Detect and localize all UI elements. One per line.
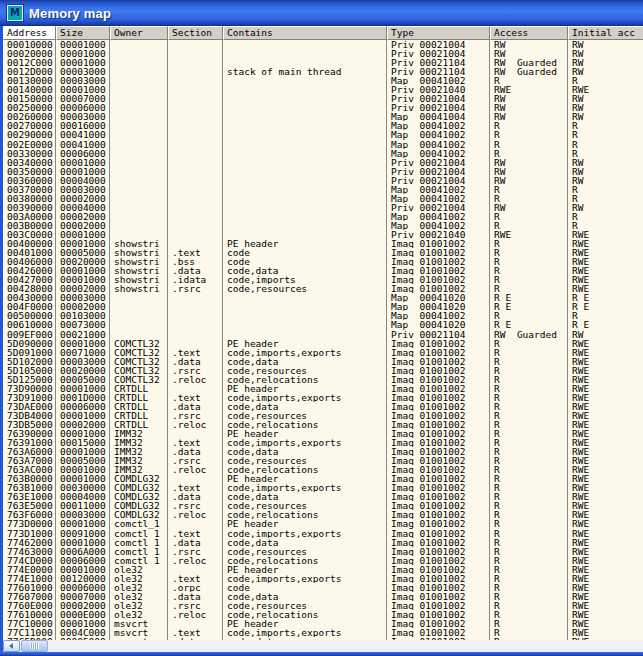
cell-initial-access: RWE: [568, 519, 643, 528]
table-row[interactable]: 0040100000005000showstri.textcodeImag 01…: [3, 248, 643, 257]
table-row[interactable]: 0040000000001000showstriPE headerImag 01…: [3, 239, 643, 248]
table-row[interactable]: 773D000000001000comctl_1PE headerImag 01…: [3, 519, 643, 528]
cell-address: 002E0000: [3, 140, 56, 149]
table-row[interactable]: 004F000000002000Map 00041020R ER E: [3, 302, 643, 311]
table-row[interactable]: 5D09000000001000COMCTL32PE headerImag 01…: [3, 339, 643, 348]
column-header-contains[interactable]: Contains: [223, 26, 387, 40]
table-row[interactable]: 73D910000001D000CRTDLL.textcode,imports,…: [3, 393, 643, 402]
cell-access: RW: [490, 94, 568, 103]
table-row[interactable]: 77C1000000001000msvcrtPE headerImag 0100…: [3, 619, 643, 628]
table-row[interactable]: 0040600000020000showstri.bsscodeImag 010…: [3, 257, 643, 266]
memory-table-body[interactable]: 0001000000001000Priv 00021004RWRW0002000…: [3, 40, 643, 640]
table-row[interactable]: 0042800000002000showstri.rsrccode,resour…: [3, 284, 643, 293]
table-row[interactable]: 73D9000000001000CRTDLLPE headerImag 0100…: [3, 384, 643, 393]
table-row[interactable]: 003B000000002000Map 00041002RR: [3, 221, 643, 230]
table-row[interactable]: 0012C00000001000Priv 00021104RW GuardedR…: [3, 58, 643, 67]
cell-owner: showstri: [110, 248, 168, 257]
cell-initial-access: R: [568, 221, 643, 230]
table-row[interactable]: 73DB400000001000CRTDLL.rsrccode,resource…: [3, 411, 643, 420]
table-row[interactable]: 0014000000001000Priv 00021040RWERWE: [3, 85, 643, 94]
table-row[interactable]: 7639100000015000IMM32.textcode,imports,e…: [3, 438, 643, 447]
column-header-owner[interactable]: Owner: [110, 26, 168, 40]
column-header-section[interactable]: Section: [168, 26, 223, 40]
table-row[interactable]: 763E500000011000COMDLG32.rsrccode,resour…: [3, 501, 643, 510]
table-row[interactable]: 0042700000001000showstri.idatacode,impor…: [3, 275, 643, 284]
column-header-type[interactable]: Type: [387, 26, 490, 40]
table-row[interactable]: 763E100000004000COMDLG32.datacode,dataIm…: [3, 492, 643, 501]
table-row[interactable]: 0012D00000003000stack of main threadPriv…: [3, 67, 643, 76]
table-row[interactable]: 73DB500000002000CRTDLL.reloccode,relocat…: [3, 420, 643, 429]
titlebar[interactable]: M Memory map: [0, 0, 643, 26]
table-row[interactable]: 009EF00000021000Priv 00021104RW GuardedR…: [3, 330, 643, 339]
table-row[interactable]: 7760E00000002000ole32.rsrccode,resources…: [3, 601, 643, 610]
table-row[interactable]: 773D100000091000comctl_1.textcode,import…: [3, 529, 643, 538]
table-row[interactable]: 0025000000006000Priv 00021004RWRW: [3, 103, 643, 112]
table-row[interactable]: 0035000000001000Priv 00021004RWRW: [3, 167, 643, 176]
table-row[interactable]: 0039000000004000Priv 00021004RWRW: [3, 203, 643, 212]
table-row[interactable]: 763A600000001000IMM32.datacode,dataImag …: [3, 447, 643, 456]
table-row[interactable]: 774630000006A000comctl_1.rsrccode,resour…: [3, 547, 643, 556]
table-row[interactable]: 002E000000041000Map 00041002RR: [3, 140, 643, 149]
table-row[interactable]: 7639000000001000IMM32PE headerImag 01001…: [3, 429, 643, 438]
cell-section: [168, 121, 223, 130]
cell-owner: [110, 85, 168, 94]
table-row[interactable]: 003C000000001000Priv 00021040RWERWE: [3, 230, 643, 239]
table-row[interactable]: 0013000000003000Map 00041002RR: [3, 76, 643, 85]
table-row[interactable]: 7746200000001000comctl_1.datacode,dataIm…: [3, 538, 643, 547]
table-row[interactable]: 763B100000030000COMDLG32.textcode,import…: [3, 483, 643, 492]
table-row[interactable]: 763AC00000001000IMM32.reloccode,relocati…: [3, 465, 643, 474]
table-row[interactable]: 0037000000003000Map 00041002RR: [3, 185, 643, 194]
table-row[interactable]: 763B000000001000COMDLG32PE headerImag 01…: [3, 474, 643, 483]
cell-address: 00500000: [3, 311, 56, 320]
cell-section: [168, 49, 223, 58]
table-row[interactable]: 774E100000120000ole32.textcode,imports,e…: [3, 574, 643, 583]
table-row[interactable]: 774E000000001000ole32PE headerImag 01001…: [3, 565, 643, 574]
table-row[interactable]: 763F600000003000COMDLG32.reloccode,reloc…: [3, 510, 643, 519]
cell-section: .reloc: [168, 420, 223, 429]
column-header-initial-access[interactable]: Initial acc: [568, 26, 643, 40]
column-header-address[interactable]: Address: [3, 26, 56, 40]
cell-initial-access: RW: [568, 203, 643, 212]
horizontal-scrollbar[interactable]: [3, 640, 643, 652]
table-row[interactable]: 7760100000006000ole32.orpccodeImag 01001…: [3, 583, 643, 592]
table-row[interactable]: 77C110000004C000msvcrt.textcode,imports,…: [3, 628, 643, 637]
table-row[interactable]: 73DAE00000006000CRTDLL.datacode,dataImag…: [3, 402, 643, 411]
cell-address: 00020000: [3, 49, 56, 58]
cell-contains: code,resources: [223, 547, 387, 556]
table-row[interactable]: 5D10500000020000COMCTL32.rsrccode,resour…: [3, 366, 643, 375]
table-row[interactable]: 0042600000001000showstri.datacode,dataIm…: [3, 266, 643, 275]
table-row[interactable]: 774CD00000006000comctl_1.reloccode,reloc…: [3, 556, 643, 565]
table-row[interactable]: 0043000000003000Map 00041020R ER E: [3, 293, 643, 302]
table-row[interactable]: 0001000000001000Priv 00021004RWRW: [3, 40, 643, 49]
cell-contains: code,relocations: [223, 510, 387, 519]
table-row[interactable]: 0050000000103000Map 00041002RR: [3, 311, 643, 320]
table-row[interactable]: 7760700000007000ole32.datacode,dataImag …: [3, 592, 643, 601]
table-row[interactable]: 0038000000002000Map 00041002RR: [3, 194, 643, 203]
table-row[interactable]: 0033000000006000Map 00041002RR: [3, 149, 643, 158]
cell-type: Map 00041020: [387, 320, 490, 329]
cell-contains: [223, 330, 387, 339]
table-row[interactable]: 0027000000016000Map 00041002RR: [3, 121, 643, 130]
column-header-size[interactable]: Size: [56, 26, 110, 40]
table-row[interactable]: 5D10200000003000COMCTL32.datacode,dataIm…: [3, 357, 643, 366]
cell-section: [168, 330, 223, 339]
cell-section: .rsrc: [168, 411, 223, 420]
scroll-left-button[interactable]: [3, 640, 20, 652]
table-row[interactable]: 776100000000E000ole32.reloccode,relocati…: [3, 610, 643, 619]
table-row[interactable]: 763A700000005000IMM32.rsrccode,resources…: [3, 456, 643, 465]
table-row[interactable]: 5D12500000005000COMCTL32.reloccode,reloc…: [3, 375, 643, 384]
table-row[interactable]: 5D09100000071000COMCTL32.textcode,import…: [3, 348, 643, 357]
cell-type: Imag 01001002: [387, 465, 490, 474]
cell-access: RW: [490, 40, 568, 49]
table-row[interactable]: 0061000000073000Map 00041020R ER E: [3, 320, 643, 329]
table-row[interactable]: 0034000000001000Priv 00021004RWRW: [3, 158, 643, 167]
table-row[interactable]: 003A000000002000Map 00041002RR: [3, 212, 643, 221]
table-row[interactable]: 0036000000004000Priv 00021004RWRW: [3, 176, 643, 185]
table-row[interactable]: 0002000000001000Priv 00021004RWRW: [3, 49, 643, 58]
table-row[interactable]: 0029000000041000Map 00041002RR: [3, 130, 643, 139]
table-row[interactable]: 0015000000007000Priv 00021004RWRW: [3, 94, 643, 103]
table-row[interactable]: 0026000000003000Map 00041004RWRW: [3, 112, 643, 121]
cell-contains: code,data: [223, 592, 387, 601]
column-header-access[interactable]: Access: [490, 26, 568, 40]
scrollbar-thumb[interactable]: [21, 640, 48, 652]
